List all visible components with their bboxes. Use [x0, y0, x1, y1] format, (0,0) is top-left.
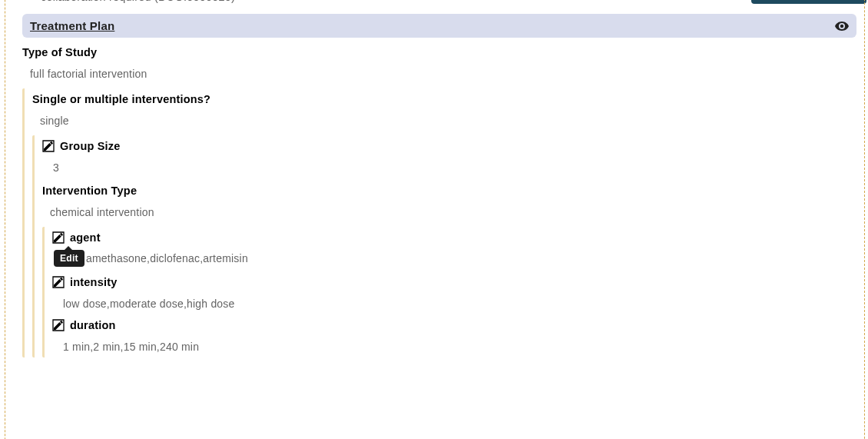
interventions-label: Single or multiple interventions?: [32, 88, 856, 105]
intervention-type-value: chemical intervention: [42, 197, 856, 218]
edit-icon[interactable]: [42, 140, 55, 152]
interventions-value: single: [32, 105, 856, 127]
collaboration-text: collaboration required (DUO:0000020): [22, 0, 856, 3]
group-intervention-block: Group Size 3 Intervention Type chemical …: [32, 135, 856, 358]
duration-row: duration: [52, 310, 856, 331]
duration-value: 1 min,2 min,15 min,240 min: [52, 331, 856, 358]
group-size-label: Group Size: [60, 140, 121, 152]
agent-row: agent: [52, 227, 856, 244]
form-container: collaboration required (DUO:0000020) Tre…: [5, 0, 865, 439]
intensity-row: intensity: [52, 271, 856, 288]
intervention-type-label: Intervention Type: [42, 174, 856, 197]
type-of-study-label: Type of Study: [22, 38, 856, 58]
treatment-plan-header[interactable]: Treatment Plan: [22, 14, 856, 38]
type-of-study-value: full factorial intervention: [22, 58, 856, 80]
group-size-row: Group Size: [42, 135, 856, 152]
intensity-value: low dose,moderate dose,high dose: [52, 288, 856, 310]
edit-icon[interactable]: [52, 276, 65, 288]
intervention-details-block: agent Edit amethasone,diclofenac,artemis…: [42, 227, 856, 358]
agent-label: agent: [70, 231, 101, 244]
interventions-block: Single or multiple interventions? single…: [22, 88, 856, 358]
section-title: Treatment Plan: [30, 19, 114, 32]
group-size-value: 3: [42, 152, 856, 174]
eye-icon[interactable]: [835, 22, 849, 31]
edit-icon[interactable]: [52, 319, 65, 331]
edit-icon[interactable]: [52, 231, 65, 244]
intensity-label: intensity: [70, 276, 117, 288]
edit-tooltip: Edit: [54, 250, 84, 267]
agent-value: amethasone,diclofenac,artemisin: [86, 252, 248, 264]
duration-label: duration: [70, 319, 116, 331]
form-content: collaboration required (DUO:0000020) Tre…: [22, 0, 856, 358]
